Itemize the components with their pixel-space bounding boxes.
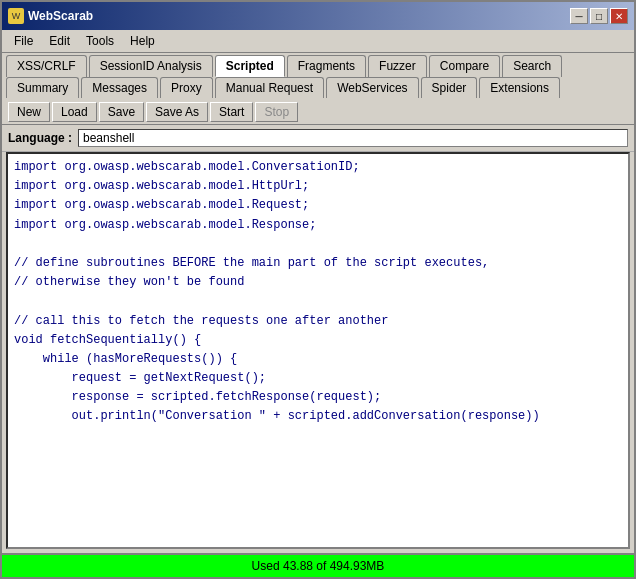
minimize-button[interactable]: ─ — [570, 8, 588, 24]
tab-fragments[interactable]: Fragments — [287, 55, 366, 77]
tabs-row1: XSS/CRLF SessionID Analysis Scripted Fra… — [2, 53, 634, 77]
language-value: beanshell — [78, 129, 628, 147]
status-text: Used 43.88 of 494.93MB — [252, 559, 385, 573]
menu-edit[interactable]: Edit — [41, 32, 78, 50]
tab-search[interactable]: Search — [502, 55, 562, 77]
main-window: W WebScarab ─ □ ✕ File Edit Tools Help X… — [0, 0, 636, 579]
tab-fuzzer[interactable]: Fuzzer — [368, 55, 427, 77]
language-label: Language : — [8, 131, 72, 145]
code-content: import org.owasp.webscarab.model.Convers… — [8, 154, 628, 431]
tab-sessionid[interactable]: SessionID Analysis — [89, 55, 213, 77]
menu-tools[interactable]: Tools — [78, 32, 122, 50]
tab-messages[interactable]: Messages — [81, 77, 158, 98]
title-buttons: ─ □ ✕ — [570, 8, 628, 24]
menu-bar: File Edit Tools Help — [2, 30, 634, 53]
close-button[interactable]: ✕ — [610, 8, 628, 24]
start-button[interactable]: Start — [210, 102, 253, 122]
app-icon: W — [8, 8, 24, 24]
tab-proxy[interactable]: Proxy — [160, 77, 213, 98]
stop-button[interactable]: Stop — [255, 102, 298, 122]
tab-spider[interactable]: Spider — [421, 77, 478, 98]
tab-summary[interactable]: Summary — [6, 77, 79, 98]
new-button[interactable]: New — [8, 102, 50, 122]
window-title: WebScarab — [28, 9, 93, 23]
title-bar: W WebScarab ─ □ ✕ — [2, 2, 634, 30]
save-as-button[interactable]: Save As — [146, 102, 208, 122]
language-bar: Language : beanshell — [2, 125, 634, 152]
code-editor[interactable]: import org.owasp.webscarab.model.Convers… — [6, 152, 630, 549]
menu-file[interactable]: File — [6, 32, 41, 50]
tab-webservices[interactable]: WebServices — [326, 77, 418, 98]
menu-help[interactable]: Help — [122, 32, 163, 50]
status-bar: Used 43.88 of 494.93MB — [2, 553, 634, 577]
tab-manual-request[interactable]: Manual Request — [215, 77, 324, 98]
load-button[interactable]: Load — [52, 102, 97, 122]
svg-text:W: W — [12, 11, 21, 21]
tab-xss-crlf[interactable]: XSS/CRLF — [6, 55, 87, 77]
maximize-button[interactable]: □ — [590, 8, 608, 24]
tab-extensions[interactable]: Extensions — [479, 77, 560, 98]
title-bar-left: W WebScarab — [8, 8, 93, 24]
tabs-row2: Summary Messages Proxy Manual Request We… — [2, 77, 634, 98]
tab-scripted[interactable]: Scripted — [215, 55, 285, 77]
save-button[interactable]: Save — [99, 102, 144, 122]
toolbar: New Load Save Save As Start Stop — [2, 100, 634, 125]
tab-compare[interactable]: Compare — [429, 55, 500, 77]
